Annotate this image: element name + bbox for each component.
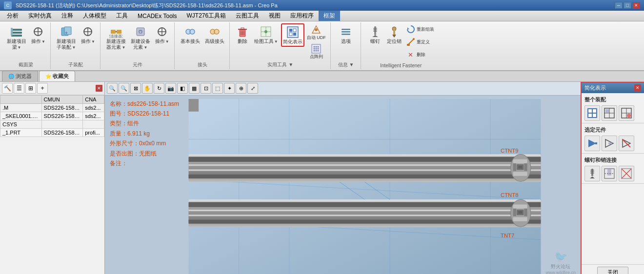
connector-buttons: 基本接头 高级接头 <box>179 23 226 60</box>
positioning-pin-button[interactable]: 定位销 <box>385 23 403 46</box>
close-panel-button[interactable]: 关闭 <box>597 267 628 274</box>
operate-sub-button[interactable]: 操作▼ <box>79 23 97 46</box>
basic-connector-button[interactable]: 基本接头 <box>179 23 202 46</box>
tab-favorites[interactable]: ⭐ 收藏夹 <box>39 71 75 81</box>
sidebar-list-button[interactable]: ☰ <box>14 83 24 94</box>
menu-analyze[interactable]: 分析 <box>2 11 23 21</box>
screw-partial-button[interactable] <box>602 166 617 181</box>
col-cmun: CMUN <box>41 95 83 103</box>
menu-mcadex[interactable]: MCADEx Tools <box>133 11 181 21</box>
row-cna: sds2... <box>83 103 104 112</box>
vp-zoom-fit-button[interactable]: ⊠ <box>130 83 141 94</box>
point-array-button[interactable]: 点阵列 <box>305 42 327 60</box>
menu-wjt276[interactable]: WJT276工具箱 <box>181 11 231 21</box>
menu-human-model[interactable]: 人体模型 <box>78 11 111 21</box>
svg-rect-88 <box>524 163 527 171</box>
svg-rect-40 <box>289 29 292 32</box>
sidebar-table: CMUN CNA .M SDS226-158-11 sds2... _SKEL0… <box>0 95 104 274</box>
table-row[interactable]: CSYS <box>0 120 104 128</box>
svg-rect-2 <box>11 35 22 37</box>
svg-rect-112 <box>593 114 596 117</box>
screw-show-button[interactable] <box>584 166 600 181</box>
svg-rect-99 <box>513 208 516 215</box>
menu-framework[interactable]: 框架 <box>319 11 340 21</box>
vp-display5-button[interactable]: ✦ <box>224 83 235 94</box>
tab-browser[interactable]: 🌐 浏览器 <box>2 71 38 81</box>
select-show-button[interactable] <box>584 136 600 151</box>
operate-beam-label: 操作▼ <box>31 39 45 44</box>
table-row[interactable]: .M SDS226-158-11 sds2... <box>0 103 104 112</box>
options-button[interactable]: 选项 <box>337 23 355 46</box>
auto-udf-button[interactable]: 自动 UDF <box>305 23 327 41</box>
simplified-display-button[interactable]: 简化表示 <box>281 23 304 47</box>
sidebar-close-button[interactable]: ✕ <box>96 85 102 92</box>
screw-button[interactable]: 螺钉 <box>366 23 384 46</box>
delete-fastener-button[interactable]: ✕ 删除 <box>404 49 427 60</box>
vp-camera-button[interactable]: 📷 <box>165 83 176 94</box>
svg-rect-94 <box>189 215 541 216</box>
no-display-button[interactable] <box>619 105 634 121</box>
table-row[interactable]: _1.PRT SDS226-158-11.1 profi... <box>0 128 104 137</box>
partial-display-button[interactable] <box>602 105 617 121</box>
new-device-button[interactable]: + 新建设备元素▼ <box>129 23 152 52</box>
maximize-button[interactable]: □ <box>624 2 631 9</box>
menu-view[interactable]: 视图 <box>264 11 285 21</box>
sidebar-grid-button[interactable]: ⊞ <box>25 83 36 94</box>
vp-display4-button[interactable]: ⬚ <box>212 83 223 94</box>
new-subassembly-button[interactable]: + 新建项目子装配▼ <box>55 23 78 52</box>
vp-display3-button[interactable]: ⊡ <box>201 83 211 94</box>
svg-text:TNT7: TNT7 <box>501 232 514 238</box>
menu-realtime-sim[interactable]: 实时仿真 <box>23 11 57 21</box>
vp-fullscreen-button[interactable]: ⤢ <box>247 83 258 94</box>
svg-rect-0 <box>11 29 22 31</box>
vp-rotate-button[interactable]: ↻ <box>154 83 164 94</box>
menu-applications[interactable]: 应用程序 <box>285 11 319 21</box>
operate-element-label: 操作▼ <box>155 39 169 44</box>
watermark: 🐦 野火论坛 www.wildfire.cn <box>545 251 576 274</box>
menu-cloud-tools[interactable]: 云图工具 <box>231 11 264 21</box>
new-connector-button[interactable]: 新建连接器元素 新建连接器元素▼ <box>104 23 128 52</box>
draw-tools-label: 绘图工具▼ <box>254 39 278 44</box>
advanced-connector-button[interactable]: 高级接头 <box>203 23 226 46</box>
section-beam-label: 截面梁 <box>19 60 33 68</box>
sidebar-add-button[interactable]: + <box>37 83 48 94</box>
redefine-button[interactable]: 重定义 <box>404 36 431 48</box>
vp-display2-button[interactable]: ▦ <box>189 83 200 94</box>
reassemble-button[interactable]: 重新组装 <box>404 23 436 35</box>
close-window-button[interactable]: ✕ <box>632 2 640 9</box>
svg-rect-59 <box>374 26 376 35</box>
full-display-button[interactable] <box>584 105 600 121</box>
full-assembly-title: 整个装配 <box>584 96 641 103</box>
svg-rect-90 <box>518 166 522 168</box>
vp-zoom-out-button[interactable]: 🔍 <box>119 83 129 94</box>
table-row[interactable]: _SKEL0001.PRT SDS226-158-11.S sds2... <box>0 112 104 120</box>
right-panel-close-icon[interactable]: ✕ <box>634 84 641 91</box>
sidebar-hammer-button[interactable]: 🔨 <box>2 83 13 94</box>
simplified-display-icon <box>286 25 300 39</box>
minimize-button[interactable]: ─ <box>615 2 623 9</box>
menu-annotation[interactable]: 注释 <box>57 11 78 21</box>
delete-label: 删除 <box>238 39 247 44</box>
delete-button[interactable]: 删除 <box>234 23 251 46</box>
screw-hide-button[interactable] <box>619 166 634 181</box>
new-project-beam-button[interactable]: 新建项目梁▼ <box>5 23 28 52</box>
menu-tools[interactable]: 工具 <box>111 11 133 21</box>
vp-display6-button[interactable]: ⊕ <box>236 83 246 94</box>
vp-pan-button[interactable]: ✋ <box>142 83 153 94</box>
operate-element-button[interactable]: 操作▼ <box>153 23 171 46</box>
select-hide-button[interactable] <box>619 136 634 151</box>
vp-zoom-in-button[interactable]: 🔍 <box>107 83 118 94</box>
row-name: .M <box>0 103 42 112</box>
svg-rect-84 <box>189 99 199 112</box>
svg-rect-87 <box>513 163 516 171</box>
draw-tools-button[interactable]: 绘图工具▼ <box>252 23 280 46</box>
browser-tab-label: 浏览器 <box>16 73 32 79</box>
svg-point-120 <box>627 114 631 117</box>
svg-point-53 <box>314 50 315 51</box>
vp-display1-button[interactable]: ◧ <box>177 83 188 94</box>
reassemble-label: 重新组装 <box>417 27 434 32</box>
operate-beam-button[interactable]: 操作▼ <box>29 23 47 46</box>
svg-point-49 <box>318 46 319 47</box>
screw-label: 螺钉 <box>370 39 380 44</box>
select-partial-button[interactable] <box>602 136 617 151</box>
